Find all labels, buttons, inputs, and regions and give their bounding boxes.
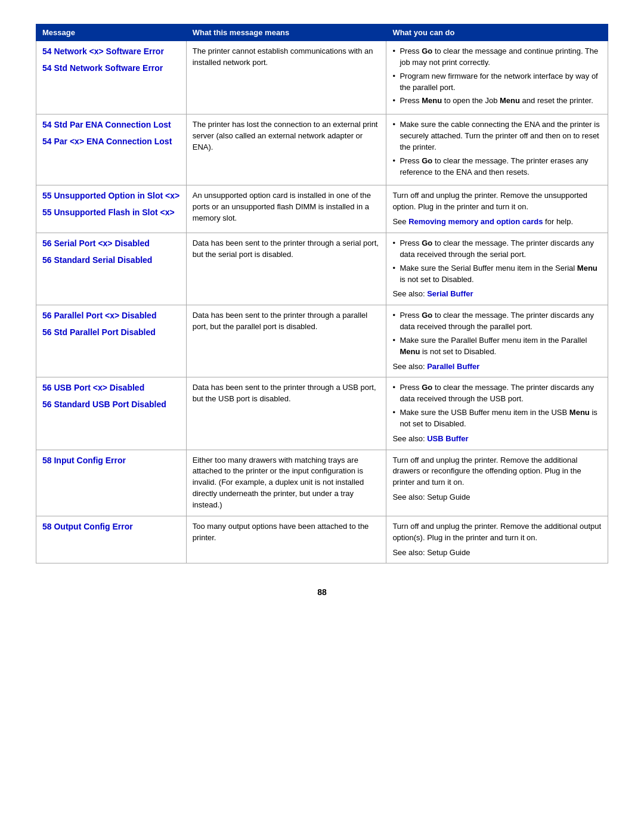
what-do-cell: Turn off and unplug the printer. Remove … bbox=[386, 185, 608, 233]
see-also-link: See Removing memory and option cards for… bbox=[392, 216, 602, 228]
what-do-cell: Make sure the cable connecting the ENA a… bbox=[386, 114, 608, 185]
bullet-item: Press Go to clear the message. The print… bbox=[392, 382, 602, 405]
what-do-cell: Press Go to clear the message. The print… bbox=[386, 233, 608, 305]
see-also-text: See also: Parallel Buffer bbox=[392, 361, 602, 373]
action-text: Turn off and unplug the printer. Remove … bbox=[392, 455, 602, 489]
message-label: 54 Std Network Software Error bbox=[42, 63, 180, 75]
message-label: 55 Unsupported Flash in Slot <x> bbox=[42, 207, 180, 219]
message-label: 56 Std Parallel Port Disabled bbox=[42, 327, 180, 339]
what-means-cell: Data has been sent to the printer throug… bbox=[186, 377, 386, 450]
what-means-cell: Data has been sent to the printer throug… bbox=[186, 305, 386, 377]
header-what-do: What you can do bbox=[386, 24, 608, 41]
what-do-cell: Turn off and unplug the printer. Remove … bbox=[386, 450, 608, 516]
bullet-item: Press Go to clear the message and contin… bbox=[392, 46, 602, 69]
header-message: Message bbox=[36, 24, 187, 41]
bullet-item: Program new firmware for the network int… bbox=[392, 71, 602, 94]
bullet-item: Make sure the cable connecting the ENA a… bbox=[392, 119, 602, 153]
what-means-cell: Data has been sent to the printer throug… bbox=[186, 233, 386, 305]
message-label: 58 Output Config Error bbox=[42, 521, 180, 533]
see-also-anchor[interactable]: Parallel Buffer bbox=[427, 362, 479, 371]
bullet-item: Press Go to clear the message. The print… bbox=[392, 238, 602, 261]
bullet-item: Press Menu to open the Job Menu and rese… bbox=[392, 95, 602, 107]
table-row: 56 Parallel Port <x> Disabled56 Std Para… bbox=[36, 305, 608, 377]
see-also-text: See also: Serial Buffer bbox=[392, 289, 602, 300]
action-text: Turn off and unplug the printer. Remove … bbox=[392, 190, 602, 213]
message-label: 56 Standard USB Port Disabled bbox=[42, 399, 180, 411]
message-label: 56 Serial Port <x> Disabled bbox=[42, 238, 180, 250]
table-row: 56 USB Port <x> Disabled56 Standard USB … bbox=[36, 377, 608, 450]
bullet-item: Make sure the USB Buffer menu item in th… bbox=[392, 407, 602, 430]
page-number: 88 bbox=[317, 587, 327, 597]
what-do-cell: Press Go to clear the message. The print… bbox=[386, 377, 608, 450]
what-do-cell: Press Go to clear the message and contin… bbox=[386, 41, 608, 114]
what-means-cell: Either too many drawers with matching tr… bbox=[186, 450, 386, 516]
bullet-item: Make sure the Parallel Buffer menu item … bbox=[392, 335, 602, 358]
message-label: 54 Par <x> ENA Connection Lost bbox=[42, 136, 180, 148]
message-label: 55 Unsupported Option in Slot <x> bbox=[42, 190, 180, 202]
table-row: 56 Serial Port <x> Disabled56 Standard S… bbox=[36, 233, 608, 305]
what-means-cell: Too many output options have been attach… bbox=[186, 516, 386, 563]
main-table: Message What this message means What you… bbox=[36, 24, 608, 563]
table-row: 55 Unsupported Option in Slot <x>55 Unsu… bbox=[36, 185, 608, 233]
message-label: 56 Standard Serial Disabled bbox=[42, 255, 180, 267]
table-row: 54 Std Par ENA Connection Lost54 Par <x>… bbox=[36, 114, 608, 185]
bullet-item: Press Go to clear the message. The print… bbox=[392, 156, 602, 178]
what-means-cell: The printer has lost the connection to a… bbox=[186, 114, 386, 185]
link-anchor[interactable]: Removing memory and option cards bbox=[408, 217, 543, 226]
plain-see-also: See also: Setup Guide bbox=[392, 547, 602, 559]
table-row: 58 Output Config ErrorToo many output op… bbox=[36, 516, 608, 563]
bullet-item: Make sure the Serial Buffer menu item in… bbox=[392, 263, 602, 286]
what-do-cell: Press Go to clear the message. The print… bbox=[386, 305, 608, 377]
what-do-cell: Turn off and unplug the printer. Remove … bbox=[386, 516, 608, 563]
see-also-anchor[interactable]: Serial Buffer bbox=[427, 289, 473, 298]
what-means-cell: An unsupported option card is installed … bbox=[186, 185, 386, 233]
see-also-anchor[interactable]: USB Buffer bbox=[427, 434, 468, 443]
message-label: 54 Std Par ENA Connection Lost bbox=[42, 119, 180, 131]
header-what-means: What this message means bbox=[186, 24, 386, 41]
table-row: 54 Network <x> Software Error54 Std Netw… bbox=[36, 41, 608, 114]
see-also-text: See also: USB Buffer bbox=[392, 433, 602, 445]
message-label: 58 Input Config Error bbox=[42, 455, 180, 467]
what-means-cell: The printer cannot establish communicati… bbox=[186, 41, 386, 114]
message-label: 54 Network <x> Software Error bbox=[42, 46, 180, 58]
message-label: 56 USB Port <x> Disabled bbox=[42, 382, 180, 394]
table-row: 58 Input Config ErrorEither too many dra… bbox=[36, 450, 608, 516]
bullet-item: Press Go to clear the message. The print… bbox=[392, 310, 602, 333]
action-text: Turn off and unplug the printer. Remove … bbox=[392, 521, 602, 544]
message-label: 56 Parallel Port <x> Disabled bbox=[42, 310, 180, 322]
plain-see-also: See also: Setup Guide bbox=[392, 492, 602, 503]
